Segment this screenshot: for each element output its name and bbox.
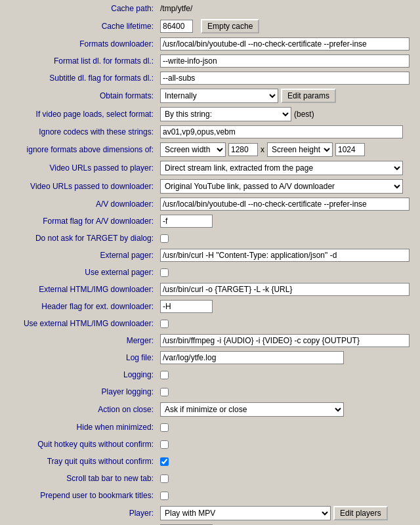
action-on-close-label: Action on close: <box>0 400 158 419</box>
format-list-dl-input[interactable] <box>160 54 410 68</box>
player-logging-value-cell <box>158 383 420 400</box>
tray-quit-checkbox[interactable] <box>160 457 169 466</box>
timeout-value-cell <box>158 522 420 525</box>
external-pager-input[interactable] <box>160 249 410 262</box>
formats-downloader-input[interactable] <box>160 37 410 51</box>
format-flag-label: Format flag for A/V downloader: <box>0 213 158 230</box>
use-ext-html-img-label: Use external HTML/IMG downloader: <box>0 315 158 332</box>
av-downloader-label: A/V downloader: <box>0 196 158 213</box>
header-flag-ext-label: Header flag for ext. downloader: <box>0 298 158 315</box>
format-flag-value-cell <box>158 213 420 230</box>
video-urls-downloader-label: Video URLs passed to downloader: <box>0 177 158 196</box>
player-select[interactable]: Play with MPV Play with VLC <box>160 506 331 520</box>
merger-value-cell <box>158 332 420 349</box>
merger-input[interactable] <box>160 334 410 347</box>
video-urls-downloader-select[interactable]: Original YouTube link, passed to A/V dow… <box>160 179 403 194</box>
select-format-select[interactable]: By this string: By index <box>160 107 291 121</box>
player-value-cell: Play with MPV Play with VLC Edit players <box>158 504 420 522</box>
screen-width-input[interactable] <box>228 143 258 156</box>
ignore-formats-above-label: ignore formats above dimensions of: <box>0 140 158 159</box>
if-video-page-label: If video page loads, select format: <box>0 105 158 123</box>
cache-lifetime-value-cell: Empty cache <box>158 17 420 35</box>
ignore-codecs-input[interactable] <box>160 125 403 138</box>
av-downloader-input[interactable] <box>160 198 410 211</box>
external-pager-value-cell <box>158 247 420 264</box>
log-file-value-cell <box>158 349 420 366</box>
x-label: x <box>261 145 264 154</box>
do-not-ask-label: Do not ask for TARGET by dialog: <box>0 230 158 247</box>
do-not-ask-value-cell <box>158 230 420 247</box>
best-value: (best) <box>294 110 314 119</box>
scroll-tab-checkbox[interactable] <box>160 474 169 483</box>
merger-label: Merger: <box>0 332 158 349</box>
format-list-dl-value-cell <box>158 52 420 70</box>
logging-value-cell <box>158 366 420 383</box>
header-flag-ext-input[interactable] <box>160 300 213 313</box>
use-ext-html-img-value-cell <box>158 315 420 332</box>
prepend-user-value-cell <box>158 487 420 504</box>
ignore-formats-above-value-cell: Screen width x Screen height <box>158 140 420 159</box>
hide-when-minimized-label: Hide when minimized: <box>0 419 158 436</box>
cache-lifetime-input[interactable] <box>160 20 193 33</box>
scroll-tab-label: Scroll tab bar to new tab: <box>0 470 158 487</box>
obtain-formats-value-cell: Internally Externally Edit params <box>158 87 420 105</box>
quit-hotkey-label: Quit hotkey quits without confirm: <box>0 436 158 453</box>
ext-html-img-downloader-label: External HTML/IMG downloader: <box>0 281 158 298</box>
action-on-close-select[interactable]: Ask if minimize or close Always minimize… <box>160 402 344 417</box>
cache-path-value: /tmp/ytfe/ <box>160 4 192 13</box>
edit-players-button[interactable]: Edit players <box>333 506 388 520</box>
formats-downloader-label: Formats downloader: <box>0 35 158 52</box>
cache-path-label: Cache path: <box>0 0 158 17</box>
timeout-label: Timeout: <box>0 522 158 525</box>
av-downloader-value-cell <box>158 196 420 213</box>
use-ext-html-img-checkbox[interactable] <box>160 320 169 328</box>
video-urls-player-select[interactable]: Direct stream link, extracted from the p… <box>160 161 403 175</box>
screen-height-input[interactable] <box>335 143 365 156</box>
logging-checkbox[interactable] <box>160 371 169 379</box>
video-urls-player-label: Video URLs passed to player: <box>0 159 158 177</box>
video-urls-downloader-value-cell: Original YouTube link, passed to A/V dow… <box>158 177 420 196</box>
hide-when-minimized-checkbox[interactable] <box>160 423 169 432</box>
hide-when-minimized-value-cell <box>158 419 420 436</box>
subtitle-dl-flag-label: Subtitle dl. flag for formats dl.: <box>0 70 158 87</box>
use-external-pager-checkbox[interactable] <box>160 268 169 277</box>
log-file-label: Log file: <box>0 349 158 366</box>
player-logging-label: Player logging: <box>0 383 158 400</box>
prepend-user-checkbox[interactable] <box>160 492 169 500</box>
logging-label: Logging: <box>0 366 158 383</box>
use-external-pager-value-cell <box>158 264 420 281</box>
action-on-close-value-cell: Ask if minimize or close Always minimize… <box>158 400 420 419</box>
external-pager-label: External pager: <box>0 247 158 264</box>
subtitle-dl-flag-input[interactable] <box>160 72 410 85</box>
prepend-user-label: Prepend user to bookmark titles: <box>0 487 158 504</box>
edit-params-button[interactable]: Edit params <box>281 89 336 103</box>
log-file-input[interactable] <box>160 351 344 364</box>
if-video-page-value-cell: By this string: By index (best) <box>158 105 420 123</box>
quit-hotkey-checkbox[interactable] <box>160 440 169 449</box>
screen-width-select[interactable]: Screen width <box>160 142 226 157</box>
tray-quit-label: Tray quit quits without confirm: <box>0 453 158 470</box>
quit-hotkey-value-cell <box>158 436 420 453</box>
ext-html-img-downloader-input[interactable] <box>160 283 410 296</box>
ext-html-img-downloader-value-cell <box>158 281 420 298</box>
cache-lifetime-label: Cache lifetime: <box>0 17 158 35</box>
subtitle-dl-flag-value-cell <box>158 70 420 87</box>
player-logging-checkbox[interactable] <box>160 388 169 396</box>
screen-height-select[interactable]: Screen height <box>267 142 333 157</box>
cache-path-value-cell: /tmp/ytfe/ <box>158 0 420 17</box>
formats-downloader-value-cell <box>158 35 420 52</box>
do-not-ask-checkbox[interactable] <box>160 234 169 243</box>
ignore-codecs-value-cell <box>158 123 420 140</box>
header-flag-ext-value-cell <box>158 298 420 315</box>
use-external-pager-label: Use external pager: <box>0 264 158 281</box>
video-urls-player-value-cell: Direct stream link, extracted from the p… <box>158 159 420 177</box>
player-label: Player: <box>0 504 158 522</box>
empty-cache-button[interactable]: Empty cache <box>201 19 259 33</box>
format-flag-input[interactable] <box>160 215 213 228</box>
obtain-formats-select[interactable]: Internally Externally <box>160 89 278 103</box>
obtain-formats-label: Obtain formats: <box>0 87 158 105</box>
format-list-dl-label: Format list dl. for formats dl.: <box>0 52 158 70</box>
ignore-codecs-label: Ignore codecs with these strings: <box>0 123 158 140</box>
tray-quit-value-cell <box>158 453 420 470</box>
scroll-tab-value-cell <box>158 470 420 487</box>
